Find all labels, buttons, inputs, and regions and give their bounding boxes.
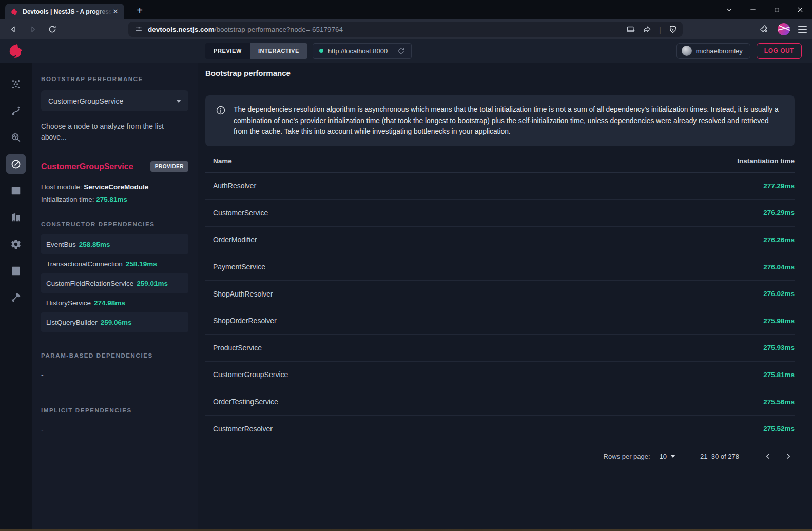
dependency-name: EventBus	[46, 241, 76, 248]
nav-docs-icon[interactable]	[6, 261, 26, 281]
nav-routes-icon[interactable]	[6, 101, 26, 121]
nav-fact-check-icon[interactable]	[6, 181, 26, 201]
user-avatar	[682, 46, 692, 56]
table-row[interactable]: PaymentService 276.04ms	[205, 253, 795, 281]
row-time: 275.81ms	[763, 371, 795, 379]
nav-tools-icon[interactable]	[6, 287, 26, 308]
dependency-name: TransactionalConnection	[46, 260, 123, 268]
row-time: 275.98ms	[763, 317, 795, 325]
username: michaelbromley	[696, 47, 743, 55]
row-name: AuthResolver	[213, 182, 256, 190]
row-name: CustomerService	[213, 209, 268, 217]
table-row[interactable]: CustomerResolver 275.52ms	[205, 416, 795, 443]
dependency-item: ListQueryBuilder259.06ms	[41, 312, 188, 332]
row-time: 276.26ms	[763, 236, 795, 244]
nav-trace-search-icon[interactable]	[6, 127, 26, 148]
table-row[interactable]: CustomerService 276.29ms	[205, 200, 795, 227]
page-title: Bootstrap performance	[205, 69, 291, 77]
table-row[interactable]: ProductService 275.93ms	[205, 335, 795, 362]
info-text: The dependencies resolution algorithm is…	[234, 104, 784, 137]
dependency-name: HistoryService	[46, 299, 91, 307]
dependency-time: 259.06ms	[101, 319, 132, 326]
tab-search-icon[interactable]	[718, 0, 741, 19]
forward-button[interactable]	[26, 22, 40, 36]
chevron-down-icon	[670, 455, 675, 458]
bootstrap-performance-panel: BOOTSTRAP PERFORMANCE CustomerGroupServi…	[32, 63, 198, 529]
nav-modules-icon[interactable]	[6, 207, 26, 228]
constructor-deps-list: EventBus258.85ms TransactionalConnection…	[41, 234, 188, 332]
preview-tab[interactable]: PREVIEW	[205, 43, 250, 59]
site-settings-icon[interactable]	[134, 25, 143, 33]
url-text: devtools.nestjs.com/bootstrap-performanc…	[148, 26, 343, 33]
tab-title-fade	[93, 4, 112, 19]
new-tab-button[interactable]: +	[133, 4, 146, 16]
window-close-button[interactable]	[788, 0, 812, 19]
browser-tab-bar: Devtools | NestJS - A progressive ✕ +	[0, 0, 812, 19]
chevron-down-icon	[176, 100, 181, 103]
param-deps-value: -	[41, 371, 188, 379]
table-row[interactable]: AuthResolver 277.29ms	[205, 173, 795, 200]
init-time-value: 275.81ms	[96, 195, 127, 203]
dependency-item: EventBus258.85ms	[41, 234, 188, 254]
performance-table: AuthResolver 277.29ms CustomerService 27…	[205, 173, 795, 443]
window-minimize-button[interactable]	[741, 0, 765, 19]
back-button[interactable]	[6, 22, 21, 36]
row-time: 276.04ms	[763, 263, 795, 271]
target-url: http://localhost:8000	[328, 47, 388, 55]
interactive-tab[interactable]: INTERACTIVE	[250, 43, 307, 59]
nav-settings-icon[interactable]	[6, 234, 26, 254]
window-maximize-button[interactable]	[765, 0, 788, 19]
reload-button[interactable]	[45, 22, 60, 36]
selected-node-name: CustomerGroupService	[41, 162, 133, 171]
table-row[interactable]: ShopAuthResolver 276.02ms	[205, 281, 795, 308]
param-deps-title: PARAM-BASED DEPENDENCIES	[41, 352, 188, 359]
send-to-device-icon[interactable]	[626, 25, 635, 34]
row-name: ShopAuthResolver	[213, 290, 273, 298]
main-content: Bootstrap performance The dependencies r…	[199, 63, 812, 529]
nestjs-logo	[0, 42, 32, 60]
row-name: ShopOrderResolver	[213, 317, 277, 325]
refresh-target-icon[interactable]	[397, 47, 405, 55]
panel-section-title: BOOTSTRAP PERFORMANCE	[41, 76, 188, 82]
table-row[interactable]: ShopOrderResolver 275.98ms	[205, 307, 795, 335]
table-header: Name Instantiation time	[205, 149, 795, 173]
browser-profile-avatar[interactable]	[778, 23, 790, 35]
host-module-value: ServiceCoreModule	[84, 183, 148, 191]
mode-switcher: PREVIEW INTERACTIVE	[205, 43, 307, 59]
browser-menu-icon[interactable]	[798, 26, 807, 33]
nav-graph-nodes-icon[interactable]	[6, 74, 26, 94]
tab-close-icon[interactable]: ✕	[111, 7, 120, 16]
user-chip[interactable]: michaelbromley	[676, 43, 750, 59]
row-time: 276.02ms	[763, 290, 795, 298]
dependency-item: TransactionalConnection258.19ms	[41, 254, 188, 273]
target-url-chip[interactable]: http://localhost:8000	[313, 43, 412, 59]
extensions-icon[interactable]	[760, 25, 769, 34]
share-icon[interactable]	[643, 25, 652, 34]
node-select[interactable]: CustomerGroupService	[41, 90, 188, 111]
dependency-name: ListQueryBuilder	[46, 319, 98, 326]
rows-per-page-select[interactable]: 10	[660, 453, 675, 460]
nav-rail	[0, 63, 32, 529]
url-path: /bootstrap-performance?node=-65179764	[215, 26, 343, 33]
dependency-time: 258.19ms	[126, 260, 157, 268]
row-time: 275.56ms	[763, 398, 795, 406]
choose-node-hint: Choose a node to analyze from the list a…	[41, 121, 169, 143]
browser-toolbar: devtools.nestjs.com/bootstrap-performanc…	[0, 19, 812, 39]
nav-bootstrap-performance-icon[interactable]	[6, 154, 26, 174]
brave-shields-icon[interactable]	[668, 25, 678, 34]
pagination-bar: Rows per page: 10 21–30 of 278	[205, 442, 795, 470]
table-row[interactable]: OrderTestingService 275.56ms	[205, 388, 795, 416]
table-row[interactable]: CustomerGroupService 275.81ms	[205, 362, 795, 389]
previous-page-button[interactable]	[762, 450, 774, 462]
browser-window: Devtools | NestJS - A progressive ✕ + de…	[0, 0, 812, 531]
next-page-button[interactable]	[782, 450, 795, 462]
browser-tab[interactable]: Devtools | NestJS - A progressive ✕	[5, 4, 124, 19]
url-bar[interactable]: devtools.nestjs.com/bootstrap-performanc…	[128, 22, 683, 37]
logout-button[interactable]: LOG OUT	[757, 43, 802, 59]
dependency-item: HistoryService274.98ms	[41, 293, 188, 312]
host-module-line: Host module: ServiceCoreModule	[41, 181, 188, 193]
implicit-deps-value: -	[41, 426, 188, 434]
dependency-time: 259.01ms	[137, 280, 168, 287]
row-name: CustomerGroupService	[213, 370, 288, 379]
table-row[interactable]: OrderModifier 276.26ms	[205, 227, 795, 254]
